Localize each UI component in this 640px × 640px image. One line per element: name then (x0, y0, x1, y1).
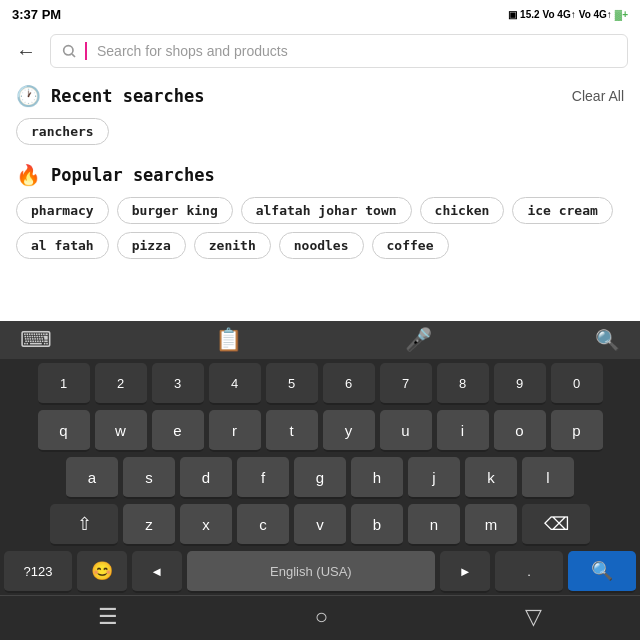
nav-back-icon[interactable]: ▽ (525, 604, 542, 630)
key-p[interactable]: p (551, 410, 603, 452)
key-u[interactable]: u (380, 410, 432, 452)
popular-icon: 🔥 (16, 163, 41, 187)
chip-pharmacy[interactable]: pharmacy (16, 197, 109, 224)
key-4[interactable]: 4 (209, 363, 261, 405)
status-icons: ▣ 15.2 Vo 4G↑ Vo 4G↑ ▓+ (508, 9, 628, 20)
key-3[interactable]: 3 (152, 363, 204, 405)
key-search-action[interactable]: 🔍 (568, 551, 636, 593)
popular-searches-header: 🔥 Popular searches (16, 163, 624, 187)
key-w[interactable]: w (95, 410, 147, 452)
keyboard: ⌨ 📋 🎤 🔍 1 2 3 4 5 6 7 8 9 0 q w e r t y … (0, 321, 640, 640)
key-7[interactable]: 7 (380, 363, 432, 405)
svg-point-0 (64, 46, 73, 55)
key-s[interactable]: s (123, 457, 175, 499)
key-x[interactable]: x (180, 504, 232, 546)
key-q[interactable]: q (38, 410, 90, 452)
key-i[interactable]: i (437, 410, 489, 452)
key-g[interactable]: g (294, 457, 346, 499)
key-b[interactable]: b (351, 504, 403, 546)
key-a[interactable]: a (66, 457, 118, 499)
svg-line-1 (72, 54, 75, 57)
popular-chips: pharmacy burger king alfatah johar town … (16, 197, 624, 259)
search-placeholder: Search for shops and products (97, 43, 288, 59)
key-l[interactable]: l (522, 457, 574, 499)
recent-searches-title: Recent searches (51, 86, 205, 106)
key-2[interactable]: 2 (95, 363, 147, 405)
key-period[interactable]: . (495, 551, 563, 593)
clipboard-icon[interactable]: 📋 (215, 327, 242, 353)
key-fn[interactable]: ?123 (4, 551, 72, 593)
number-row: 1 2 3 4 5 6 7 8 9 0 (4, 363, 636, 405)
key-k[interactable]: k (465, 457, 517, 499)
key-h[interactable]: h (351, 457, 403, 499)
zxcv-row: ⇧ z x c v b n m ⌫ (4, 504, 636, 546)
key-y[interactable]: y (323, 410, 375, 452)
key-e[interactable]: e (152, 410, 204, 452)
chip-burger-king[interactable]: burger king (117, 197, 233, 224)
key-f[interactable]: f (237, 457, 289, 499)
chip-pizza[interactable]: pizza (117, 232, 186, 259)
bottom-row: ?123 😊 ◄ English (USA) ► . 🔍 (4, 551, 636, 593)
key-backspace[interactable]: ⌫ (522, 504, 590, 546)
recent-chip-ranchers[interactable]: ranchers (16, 118, 109, 145)
key-emoji[interactable]: 😊 (77, 551, 127, 593)
key-c[interactable]: c (237, 504, 289, 546)
key-v[interactable]: v (294, 504, 346, 546)
key-5[interactable]: 5 (266, 363, 318, 405)
keyboard-rows: 1 2 3 4 5 6 7 8 9 0 q w e r t y u i o p … (0, 359, 640, 595)
key-1[interactable]: 1 (38, 363, 90, 405)
content-area: 🕐 Recent searches Clear All ranchers 🔥 P… (0, 74, 640, 321)
key-shift[interactable]: ⇧ (50, 504, 118, 546)
nav-home-icon[interactable]: ○ (315, 604, 328, 630)
keyboard-icon[interactable]: ⌨ (20, 327, 52, 353)
recent-chips: ranchers (16, 118, 624, 145)
chip-chicken[interactable]: chicken (420, 197, 505, 224)
search-bar: ← Search for shops and products (0, 28, 640, 74)
clear-all-button[interactable]: Clear All (572, 88, 624, 104)
chip-ice-cream[interactable]: ice cream (512, 197, 612, 224)
key-6[interactable]: 6 (323, 363, 375, 405)
key-r[interactable]: r (209, 410, 261, 452)
key-t[interactable]: t (266, 410, 318, 452)
key-space[interactable]: English (USA) (187, 551, 436, 593)
chip-zenith[interactable]: zenith (194, 232, 271, 259)
mic-icon[interactable]: 🎤 (405, 327, 432, 353)
status-time: 3:37 PM (12, 7, 61, 22)
key-z[interactable]: z (123, 504, 175, 546)
search-icon (61, 43, 77, 59)
qwerty-row: q w e r t y u i o p (4, 410, 636, 452)
nav-menu-icon[interactable]: ☰ (98, 604, 118, 630)
key-arrow-right[interactable]: ► (440, 551, 490, 593)
key-j[interactable]: j (408, 457, 460, 499)
key-n[interactable]: n (408, 504, 460, 546)
recent-searches-header: 🕐 Recent searches Clear All (16, 84, 624, 108)
search-input-wrapper[interactable]: Search for shops and products (50, 34, 628, 68)
chip-coffee[interactable]: coffee (372, 232, 449, 259)
key-m[interactable]: m (465, 504, 517, 546)
key-8[interactable]: 8 (437, 363, 489, 405)
asdf-row: a s d f g h j k l (4, 457, 636, 499)
search-kb-icon[interactable]: 🔍 (595, 328, 620, 352)
chip-noodles[interactable]: noodles (279, 232, 364, 259)
recent-icon: 🕐 (16, 84, 41, 108)
text-cursor (85, 42, 87, 60)
bottom-nav: ☰ ○ ▽ (0, 595, 640, 640)
chip-alfatah[interactable]: alfatah johar town (241, 197, 412, 224)
key-arrow-left[interactable]: ◄ (132, 551, 182, 593)
key-o[interactable]: o (494, 410, 546, 452)
keyboard-toolbar: ⌨ 📋 🎤 🔍 (0, 321, 640, 359)
key-d[interactable]: d (180, 457, 232, 499)
key-0[interactable]: 0 (551, 363, 603, 405)
back-button[interactable]: ← (12, 36, 40, 67)
chip-al-fatah[interactable]: al fatah (16, 232, 109, 259)
key-9[interactable]: 9 (494, 363, 546, 405)
status-bar: 3:37 PM ▣ 15.2 Vo 4G↑ Vo 4G↑ ▓+ (0, 0, 640, 28)
popular-searches-title: Popular searches (51, 165, 215, 185)
